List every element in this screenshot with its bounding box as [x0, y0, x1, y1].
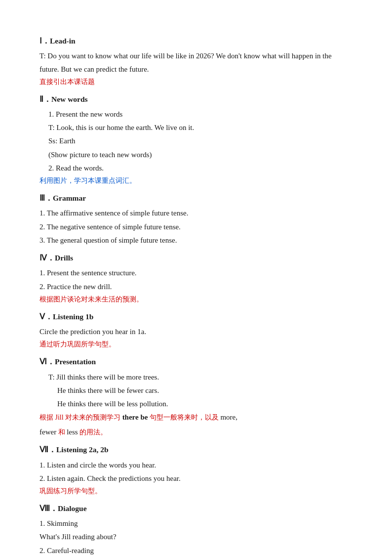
section-new-words: Ⅱ．New words 1. Present the new words T: … — [39, 93, 353, 187]
lead-in-chinese: 直接引出本课话题 — [39, 76, 353, 88]
new-words-item-3: Ss: Earth — [39, 134, 353, 147]
new-words-item-5: 2. Read the words. — [39, 162, 353, 174]
presentation-line-1: T: Jill thinks there will be more trees. — [39, 371, 353, 384]
listening-2-item-2: 2. Listen again. Check the predictions y… — [39, 472, 353, 485]
grammar-item-2: 2. The negative sentence of simple futur… — [39, 220, 353, 233]
new-words-item-4: (Show picture to teach new words) — [39, 148, 353, 161]
drills-chinese: 根据图片谈论对未来生活的预测。 — [39, 294, 353, 305]
listening-2-item-1: 1. Listen and circle the words you hear. — [39, 459, 353, 471]
section-heading-8: Ⅷ．Dialogue — [39, 502, 353, 515]
listening-1b-text: Circle the prediction you hear in 1a. — [39, 325, 353, 338]
new-words-item-1: 1. Present the new words — [39, 108, 353, 121]
section-heading-1: Ⅰ．Lead-in — [39, 35, 353, 47]
dialogue-item-3: 2. Careful-reading — [39, 544, 353, 555]
drills-item-1: 1. Present the sentence structure. — [39, 266, 353, 279]
section-heading-7: Ⅶ．Listening 2a, 2b — [39, 443, 353, 456]
presentation-mixed-1: 根据 Jill 对未来的预测学习 there be 句型一般将来时，以及 mor… — [39, 411, 353, 424]
grammar-item-1: 1. The affirmative sentence of simple fu… — [39, 207, 353, 219]
new-words-item-2: T: Look, this is our home the earth. We … — [39, 121, 353, 134]
section-heading-6: Ⅵ．Presentation — [39, 355, 353, 368]
section-heading-2: Ⅱ．New words — [39, 93, 353, 106]
presentation-line-3: He thinks there will be less pollution. — [39, 397, 353, 410]
drills-item-2: 2. Practice the new drill. — [39, 280, 353, 293]
listening-2-chinese: 巩固练习所学句型。 — [39, 485, 353, 497]
lead-in-text-1: T: Do you want to know what our life wil… — [39, 49, 353, 76]
page-content: Ⅰ．Lead-in T: Do you want to know what ou… — [39, 35, 353, 555]
grammar-item-3: 3. The general question of simple future… — [39, 234, 353, 247]
presentation-line-2: He thinks there will be fewer cars. — [39, 384, 353, 397]
section-drills: Ⅳ．Drills 1. Present the sentence structu… — [39, 252, 353, 305]
new-words-chinese: 利用图片，学习本课重点词汇。 — [39, 175, 353, 187]
section-lead-in: Ⅰ．Lead-in T: Do you want to know what ou… — [39, 35, 353, 88]
section-dialogue: Ⅷ．Dialogue 1. Skimming What's Jill readi… — [39, 502, 353, 555]
section-heading-5: Ⅴ．Listening 1b — [39, 310, 353, 323]
section-presentation: Ⅵ．Presentation T: Jill thinks there will… — [39, 355, 353, 438]
section-heading-4: Ⅳ．Drills — [39, 252, 353, 264]
section-heading-3: Ⅲ．Grammar — [39, 192, 353, 205]
section-listening-1b: Ⅴ．Listening 1b Circle the prediction you… — [39, 310, 353, 350]
dialogue-item-1: 1. Skimming — [39, 517, 353, 530]
presentation-mixed-2: fewer 和 less 的用法。 — [39, 426, 353, 439]
listening-1b-chinese: 通过听力巩固所学句型。 — [39, 339, 353, 350]
section-listening-2: Ⅶ．Listening 2a, 2b 1. Listen and circle … — [39, 443, 353, 497]
section-grammar: Ⅲ．Grammar 1. The affirmative sentence of… — [39, 192, 353, 247]
dialogue-item-2: What's Jill reading about? — [39, 530, 353, 543]
